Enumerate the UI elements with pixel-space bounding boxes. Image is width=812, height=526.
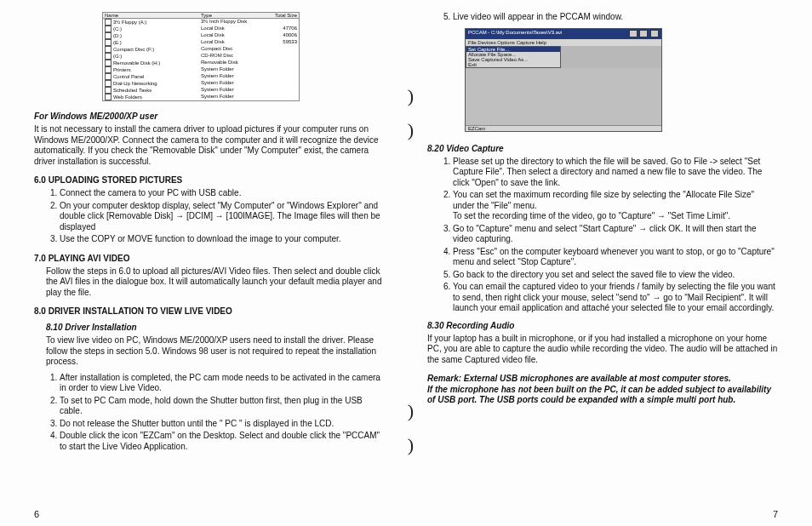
pccam-titlebar: PCCAM - C:\My Documents\Taxes\V3.avi [466,29,661,39]
page-spread: Name Type Total Size 3½ Floppy (A:)3½ In… [0,0,812,526]
page-right: Live video will appear in the PCCAM wind… [409,0,812,526]
pccam-title-text: PCCAM - C:\My Documents\Taxes\V3.avi [468,30,562,38]
section-810-heading: 8.10 Driver Installation [46,323,385,332]
section-820-heading: 8.20 Video Capture [427,144,778,153]
section-8-heading: 8.0 DRIVER INSTALLATION TO VIEW LIVE VID… [34,306,385,316]
for-user-body: It is not necessary to install the camer… [34,124,385,167]
section-810-steps: After installation is completed, the PC … [46,373,385,453]
list-item: Use the COPY or MOVE function to downloa… [60,234,385,245]
section-7-heading: 7.0 PLAYING AVI VIDEO [34,254,385,263]
window-buttons [628,30,659,38]
menu-item: Exit [466,62,560,67]
section-820-steps: Please set up the directory to which the… [439,157,778,314]
section-810-step5: Live video will appear in the PCCAM wind… [439,12,778,23]
list-item: Please set up the directory to which the… [453,157,778,189]
col-size: Total Size [261,13,299,18]
table-row: (E:)Local Disk59533 [103,39,299,46]
drive-icon [105,66,112,73]
table-row: PrintersSystem Folder [103,66,299,73]
drive-icon [105,53,112,60]
drive-icon [105,46,112,53]
table-row: (G:)CD-ROM Disc [103,53,299,60]
pccam-status: EZCam [466,125,661,131]
table-row: Control PanelSystem Folder [103,73,299,80]
close-icon [650,30,659,37]
list-item: You can set the maximum recording file s… [453,190,778,222]
list-item: Double click the icon "EZCam" on the Des… [60,431,385,452]
list-item: Go to "Capture" menu and select "Start C… [453,224,778,245]
section-830-heading: 8.30 Recording Audio [427,321,778,330]
pccam-canvas [466,68,661,125]
table-row: Dial-Up NetworkingSystem Folder [103,80,299,87]
drive-icon [105,80,112,87]
page-number-left: 6 [34,509,39,519]
list-item: Connect the camera to your PC with USB c… [60,188,385,199]
section-6-steps: Connect the camera to your PC with USB c… [46,188,385,245]
minimize-icon [629,30,638,37]
list-item: You can email the captured video to your… [453,282,778,314]
section-830-body: If your laptop has a built in microphone… [427,334,778,366]
drive-icon [105,32,112,39]
table-row: Removable Disk (H:)Removable Disk [103,60,299,66]
list-item: Press "Esc" on the computer keyboard whe… [453,247,778,268]
page-number-right: 7 [773,509,778,519]
drive-icon [105,87,112,94]
maximize-icon [639,30,648,37]
drive-icon [105,39,112,46]
list-item: Do not release the Shutter button until … [60,419,385,430]
drive-icon [105,26,112,32]
for-user-heading: For Windows ME/2000/XP user [34,111,385,121]
table-row: (D:)Local Disk40006 [103,32,299,39]
drive-icon [105,73,112,80]
page-left: Name Type Total Size 3½ Floppy (A:)3½ In… [0,0,409,526]
pccam-menubar: File Devices Options Capture Help [466,39,661,46]
section-830-remark: Remark: External USB microphones are ava… [427,374,778,406]
drive-icon [105,94,112,100]
explorer-table: Name Type Total Size 3½ Floppy (A:)3½ In… [102,12,300,101]
col-type: Type [199,13,261,18]
drive-icon [105,19,112,26]
table-row: Web FoldersSystem Folder [103,94,299,100]
table-row: Scheduled TasksSystem Folder [103,87,299,94]
list-item: To set to PC Cam mode, hold down the Shu… [60,396,385,417]
section-6-heading: 6.0 UPLOADING STORED PICTURES [34,175,385,185]
col-name: Name [103,13,199,18]
table-row: (C:)Local Disk47706 [103,26,299,32]
drive-icon [105,60,112,66]
list-item: After installation is completed, the PC … [60,373,385,394]
section-7-body: Follow the steps in 6.0 to upload all pi… [46,266,385,299]
pccam-file-menu: Set Capture File... Allocate File Space.… [466,46,561,68]
list-item: Go back to the directory you set and sel… [453,270,778,281]
section-810-body: To view live video on PC, Windows ME/200… [46,335,385,368]
list-item: On your computer desktop display, select… [60,201,385,233]
pccam-window: PCCAM - C:\My Documents\Taxes\V3.avi Fil… [465,28,662,132]
table-row: 3½ Floppy (A:)3½ Inch Floppy Disk [103,19,299,26]
table-row: Compact Disc (F:)Compact Disc [103,46,299,53]
